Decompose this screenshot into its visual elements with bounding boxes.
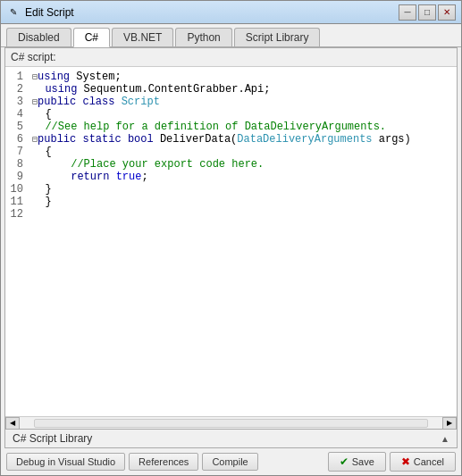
line-content: ⊟public static bool DeliverData(DataDeli… — [30, 133, 457, 146]
script-library-label: C# Script Library — [13, 432, 92, 445]
save-icon: ✔ — [340, 455, 349, 468]
line-content — [30, 208, 457, 221]
line-number: 8 — [5, 158, 30, 171]
minimize-button[interactable]: ─ — [399, 4, 416, 21]
debug-button[interactable]: Debug in Visual Studio — [6, 453, 125, 471]
line-content: return true; — [30, 171, 457, 183]
cancel-label: Cancel — [414, 456, 444, 467]
code-table: 1 ⊟using System; 2 using Sequentum.Conte… — [5, 71, 457, 221]
line-number: 3 — [5, 96, 30, 108]
line-content: ⊟using System; — [30, 71, 457, 83]
scroll-track[interactable] — [34, 419, 428, 428]
chevron-up-icon[interactable]: ▲ — [441, 434, 449, 444]
table-row: 10 } — [5, 183, 457, 196]
line-content: { — [30, 146, 457, 158]
references-button[interactable]: References — [129, 453, 198, 471]
table-row: 4 { — [5, 108, 457, 121]
table-row: 8 //Place your export code here. — [5, 158, 457, 171]
line-content: using Sequentum.ContentGrabber.Api; — [30, 83, 457, 96]
table-row: 2 using Sequentum.ContentGrabber.Api; — [5, 83, 457, 96]
script-library-bar: C# Script Library ▲ — [4, 430, 458, 448]
tab-bar: Disabled C# VB.NET Python Script Library — [1, 24, 461, 47]
tab-disabled[interactable]: Disabled — [6, 28, 71, 46]
script-label: C# script: — [5, 48, 457, 67]
save-label: Save — [352, 456, 374, 467]
tab-python[interactable]: Python — [175, 28, 231, 46]
edit-script-icon: ✎ — [6, 5, 21, 20]
line-number: 10 — [5, 183, 30, 196]
table-row: 5 //See help for a definition of DataDel… — [5, 121, 457, 133]
table-row: 1 ⊟using System; — [5, 71, 457, 83]
line-number: 9 — [5, 171, 30, 183]
tab-csharp[interactable]: C# — [73, 28, 110, 47]
tab-script-library[interactable]: Script Library — [234, 28, 321, 46]
scroll-left-button[interactable]: ◀ — [5, 417, 20, 430]
title-bar-left: ✎ Edit Script — [6, 5, 74, 20]
line-content: } — [30, 196, 457, 208]
cancel-icon: ✖ — [401, 455, 410, 468]
line-number: 12 — [5, 208, 30, 221]
compile-button[interactable]: Compile — [202, 453, 257, 471]
table-row: 7 { — [5, 146, 457, 158]
table-row: 6 ⊟public static bool DeliverData(DataDe… — [5, 133, 457, 146]
line-content: ⊟public class Script — [30, 96, 457, 108]
line-number: 7 — [5, 146, 30, 158]
scroll-right-button[interactable]: ▶ — [442, 417, 457, 430]
close-button[interactable]: ✕ — [438, 4, 456, 21]
line-number: 1 — [5, 71, 30, 83]
horizontal-scrollbar[interactable]: ◀ ▶ — [5, 416, 457, 429]
line-content: //Place your export code here. — [30, 158, 457, 171]
code-editor-area: C# script: 1 ⊟using System; 2 using Sequ… — [4, 47, 458, 430]
edit-script-window: ✎ Edit Script ─ □ ✕ Disabled C# VB.NET P… — [0, 0, 462, 476]
window-title: Edit Script — [25, 6, 74, 19]
code-area[interactable]: 1 ⊟using System; 2 using Sequentum.Conte… — [5, 67, 457, 416]
line-number: 2 — [5, 83, 30, 96]
line-content: //See help for a definition of DataDeliv… — [30, 121, 457, 133]
table-row: 12 — [5, 208, 457, 221]
footer: Debug in Visual Studio References Compil… — [1, 448, 461, 475]
tab-vbnet[interactable]: VB.NET — [112, 28, 173, 46]
line-content: { — [30, 108, 457, 121]
title-bar: ✎ Edit Script ─ □ ✕ — [1, 1, 461, 24]
table-row: 9 return true; — [5, 171, 457, 183]
line-number: 4 — [5, 108, 30, 121]
table-row: 11 } — [5, 196, 457, 208]
line-number: 11 — [5, 196, 30, 208]
save-button[interactable]: ✔ Save — [328, 452, 386, 472]
line-number: 6 — [5, 133, 30, 146]
line-content: } — [30, 183, 457, 196]
title-buttons: ─ □ ✕ — [399, 4, 456, 21]
table-row: 3 ⊟public class Script — [5, 96, 457, 108]
cancel-button[interactable]: ✖ Cancel — [390, 452, 456, 472]
maximize-button[interactable]: □ — [418, 4, 436, 21]
line-number: 5 — [5, 121, 30, 133]
